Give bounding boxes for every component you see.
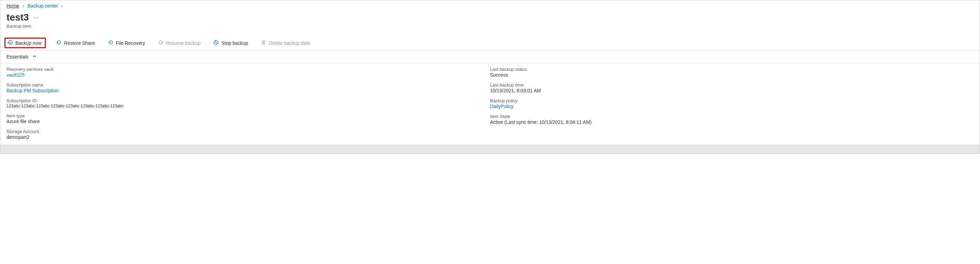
backup-policy-value[interactable]: DailyPolicy — [490, 103, 974, 109]
essentials-toggle[interactable]: Essentials — [0, 51, 980, 63]
delete-backup-data-button: Delete backup data — [258, 38, 313, 48]
field-last-backup-status: Last backup status Success — [490, 67, 974, 78]
field-backup-policy: Backup policy DailyPolicy — [490, 98, 974, 109]
page-title: test3 — [6, 12, 29, 23]
last-backup-status-label: Last backup status — [490, 67, 974, 72]
chevron-up-icon — [32, 54, 37, 59]
field-subscription-name: Subscription name Backup PM Subscription — [6, 83, 490, 93]
subscription-id-label: Subscription ID — [6, 98, 490, 103]
delete-backup-data-label: Delete backup data — [269, 40, 310, 46]
essentials-panel: Recovery services vault vault125 Subscri… — [0, 63, 980, 145]
breadcrumb: Home › Backup center › — [0, 0, 980, 10]
item-type-value: Azure file share — [6, 119, 490, 124]
recovery-vault-value[interactable]: vault125 — [6, 72, 490, 78]
resume-backup-label: Resume backup — [166, 40, 200, 46]
field-recovery-vault: Recovery services vault vault125 — [6, 67, 490, 78]
last-backup-status-value: Success — [490, 72, 974, 78]
stop-backup-label: Stop backup — [221, 40, 248, 46]
last-backup-time-value: 10/13/2021, 8:03:01 AM — [490, 88, 974, 93]
field-subscription-id: Subscription ID 123abc-123abc-123abc-123… — [6, 98, 490, 108]
field-storage-account: Storage Account demopart2 — [6, 129, 490, 140]
backup-policy-label: Backup policy — [490, 98, 974, 103]
stop-icon — [213, 40, 219, 46]
breadcrumb-backup-center[interactable]: Backup center — [27, 3, 58, 8]
field-last-backup-time: Last backup time 10/13/2021, 8:03:01 AM — [490, 83, 974, 93]
stop-backup-button[interactable]: Stop backup — [211, 38, 251, 48]
chevron-right-icon: › — [22, 3, 24, 8]
page-header: test3 ⋯ Backup Item — [0, 10, 980, 32]
file-recovery-label: File Recovery — [116, 40, 145, 46]
delete-icon — [261, 40, 266, 46]
field-item-type: Item type Azure file share — [6, 113, 490, 124]
restore-share-label: Restore Share — [64, 40, 95, 46]
item-state-value: Active (Last sync time: 10/13/2021, 8:04… — [490, 119, 974, 125]
more-icon[interactable]: ⋯ — [33, 14, 39, 21]
chevron-right-icon: › — [62, 3, 63, 8]
restore-icon — [56, 40, 62, 46]
breadcrumb-home[interactable]: Home — [6, 3, 19, 8]
backup-now-button[interactable]: Backup now — [5, 38, 46, 48]
subscription-name-value[interactable]: Backup PM Subscription — [6, 88, 490, 93]
essentials-right-column: Last backup status Success Last backup t… — [490, 67, 974, 140]
footer-strip — [0, 145, 980, 154]
item-type-label: Item type — [6, 113, 490, 118]
subscription-name-label: Subscription name — [6, 83, 490, 87]
item-state-label: Item State — [490, 114, 974, 119]
subscription-id-value: 123abc-123abc-123abc-123abc-123abc-123ab… — [6, 103, 490, 108]
last-backup-time-label: Last backup time — [490, 83, 974, 87]
backup-now-label: Backup now — [15, 40, 41, 46]
field-item-state: Item State Active (Last sync time: 10/13… — [490, 114, 974, 125]
restore-share-button[interactable]: Restore Share — [53, 38, 97, 48]
resume-icon — [158, 40, 164, 46]
page-subtitle: Backup Item — [6, 24, 974, 29]
file-recovery-icon — [108, 40, 113, 46]
file-recovery-button[interactable]: File Recovery — [105, 38, 148, 48]
essentials-left-column: Recovery services vault vault125 Subscri… — [6, 67, 490, 140]
storage-account-value: demopart2 — [6, 134, 490, 140]
command-bar: Backup now Restore Share File Recovery — [0, 35, 980, 51]
storage-account-label: Storage Account — [6, 129, 490, 134]
backup-now-icon — [8, 40, 13, 46]
essentials-label: Essentials — [6, 54, 29, 59]
resume-backup-button: Resume backup — [155, 38, 203, 48]
recovery-vault-label: Recovery services vault — [6, 67, 490, 72]
